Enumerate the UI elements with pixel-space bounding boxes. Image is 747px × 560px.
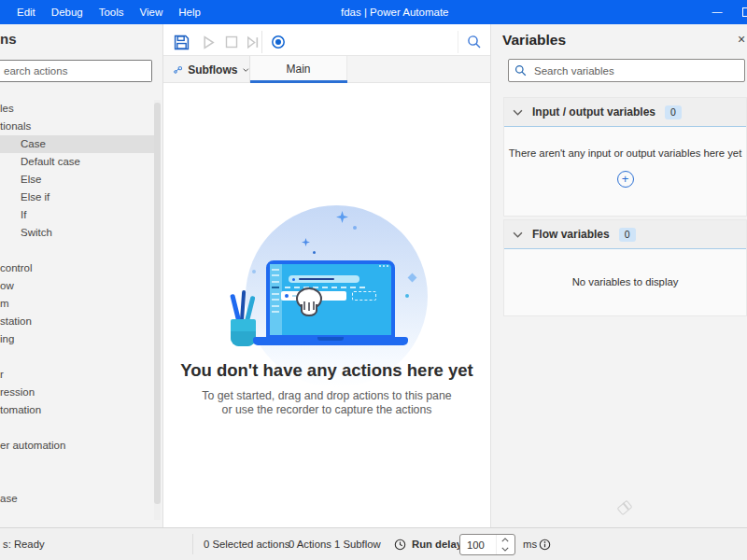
tab-main[interactable]: Main <box>250 56 347 83</box>
toolbar-separator <box>458 31 458 53</box>
io-variables-header[interactable]: Input / output variables 0 <box>504 98 746 126</box>
flow-variables-section: Flow variables 0 No variables to display <box>503 219 747 316</box>
actions-count: 0 Actions <box>289 528 331 560</box>
search-variables-box <box>508 59 745 82</box>
action-category[interactable]: control <box>0 259 155 277</box>
status-text: s: Ready <box>3 528 45 560</box>
action-category <box>0 348 155 366</box>
stepper-up-button[interactable] <box>497 535 513 545</box>
statusbar-divider <box>192 534 193 554</box>
clock-icon <box>394 539 406 551</box>
empty-state-subtitle: To get started, drag and drop actions to… <box>163 389 490 417</box>
flow-variables-header[interactable]: Flow variables 0 <box>504 220 746 248</box>
menu-bar: Edit Debug Tools View Help <box>17 0 201 24</box>
laptop-base <box>253 337 408 345</box>
actions-panel-title: ns <box>0 31 17 47</box>
action-category[interactable]: ing <box>0 330 155 348</box>
save-icon <box>174 35 190 50</box>
save-button[interactable] <box>171 32 191 52</box>
run-delay-unit: ms <box>523 528 537 560</box>
minimize-button[interactable]: — <box>708 0 726 24</box>
status-bar: s: Ready 0 Selected actions 0 Actions 1 … <box>0 527 747 560</box>
actions-tree: les tionals Case Default case Else Else … <box>0 100 155 508</box>
action-category[interactable]: er automation <box>0 437 155 455</box>
variables-panel: Variables × Input / output variables 0 T… <box>490 24 747 527</box>
run-next-action-button[interactable] <box>242 32 262 52</box>
variables-panel-title: Variables <box>502 32 566 49</box>
chevron-down-icon <box>513 231 523 238</box>
run-delay-label: Run delay <box>412 528 462 560</box>
run-button[interactable] <box>198 32 218 52</box>
scrollbar-thumb[interactable] <box>154 103 161 504</box>
search-flow-button[interactable] <box>464 32 485 52</box>
laptop-drop-target <box>352 291 376 301</box>
pencil-cup <box>231 319 256 346</box>
flow-toolbar <box>163 26 490 56</box>
io-variables-empty-message: There aren't any input or output variabl… <box>504 147 746 159</box>
stepper-down-button[interactable] <box>497 545 513 555</box>
chevron-down-icon <box>243 67 249 73</box>
action-category[interactable]: ression <box>0 384 155 401</box>
hand-cursor-icon <box>292 286 326 317</box>
action-category <box>0 242 155 259</box>
sparkle-icon <box>336 211 348 223</box>
action-item[interactable]: Default case <box>0 153 155 171</box>
action-category[interactable]: r <box>0 366 155 384</box>
run-next-action-icon <box>246 35 260 49</box>
action-category <box>0 455 155 472</box>
action-category[interactable]: m <box>0 295 155 313</box>
subflow-tab-bar: Subflows Main <box>163 56 490 83</box>
action-category[interactable]: les <box>0 100 155 118</box>
run-delay-input[interactable] <box>460 535 496 554</box>
action-item-case[interactable]: Case <box>0 135 155 153</box>
window-dots <box>379 265 388 267</box>
stop-button[interactable] <box>221 32 242 52</box>
tab-main-label: Main <box>286 63 310 76</box>
search-actions-input[interactable] <box>0 60 152 82</box>
subflows-icon <box>174 64 182 76</box>
flow-canvas[interactable]: You don't have any actions here yet To g… <box>163 83 490 523</box>
sparkle-dot <box>405 294 409 298</box>
record-icon <box>271 35 286 49</box>
action-category[interactable]: station <box>0 313 155 330</box>
subflow-count: 1 Subflow <box>334 528 381 560</box>
run-delay-stepper <box>459 534 515 555</box>
laptop-screen <box>266 260 395 339</box>
action-category[interactable]: ase <box>0 490 155 508</box>
action-item[interactable]: Else <box>0 171 155 189</box>
empty-state-title: You don't have any actions here yet <box>163 360 490 381</box>
io-variables-label: Input / output variables <box>532 105 655 119</box>
add-variable-button[interactable]: + <box>617 171 634 188</box>
subflows-dropdown[interactable]: Subflows <box>163 56 250 83</box>
action-item[interactable]: Else if <box>0 189 155 206</box>
laptop-notch <box>317 337 344 341</box>
menu-debug[interactable]: Debug <box>51 7 83 18</box>
menu-tools[interactable]: Tools <box>99 7 124 18</box>
close-icon[interactable]: × <box>732 30 747 49</box>
action-category <box>0 472 155 490</box>
info-icon[interactable] <box>539 539 551 551</box>
toolbar-separator <box>261 31 262 53</box>
flow-variables-empty-message: No variables to display <box>504 276 746 287</box>
action-category[interactable]: ow <box>0 277 155 295</box>
title-bar: Edit Debug Tools View Help fdas | Power … <box>0 0 747 24</box>
action-category <box>0 419 155 437</box>
selected-actions-count: 0 Selected actions <box>204 528 289 560</box>
flow-variables-body: No variables to display <box>504 248 746 315</box>
search-icon <box>467 35 482 49</box>
subflows-label: Subflows <box>188 63 237 77</box>
menu-help[interactable]: Help <box>178 7 201 18</box>
action-category[interactable]: tomation <box>0 401 155 419</box>
action-category[interactable]: tionals <box>0 118 155 135</box>
menu-view[interactable]: View <box>140 7 163 18</box>
workspace-panel: Subflows Main <box>163 24 490 527</box>
io-variables-section: Input / output variables 0 There aren't … <box>503 97 747 217</box>
record-button[interactable] <box>268 32 289 52</box>
search-variables-input[interactable] <box>532 64 739 77</box>
app-window: Edit Debug Tools View Help fdas | Power … <box>0 0 747 560</box>
sparkle-dot <box>252 270 256 273</box>
maximize-button[interactable] <box>742 7 747 17</box>
action-item[interactable]: If <box>0 206 155 224</box>
action-item[interactable]: Switch <box>0 224 155 242</box>
menu-edit[interactable]: Edit <box>17 7 35 18</box>
